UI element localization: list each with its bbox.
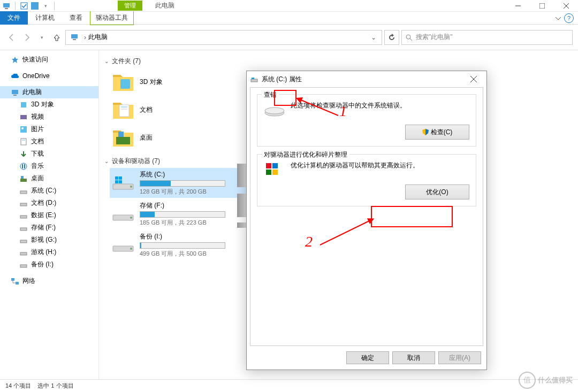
help-icon[interactable]: ? [564,13,574,23]
item-icon [19,248,28,257]
cancel-button[interactable]: 取消 [392,351,435,364]
fieldset-optimize: 对驱动器进行优化和碎片整理 优化计算机的驱动器可以帮助其更高效运行。 优化(O) [257,154,476,206]
sidebar-item-label: 游戏 (H:) [31,248,56,257]
tab-computer[interactable]: 计算机 [28,11,62,25]
item-icon [19,150,28,158]
folder-item[interactable]: 3D 对象 [110,68,238,96]
svg-rect-37 [118,132,124,137]
svg-rect-40 [115,176,118,180]
dialog-close-button[interactable] [464,73,483,86]
item-icon [19,125,28,134]
group-folders[interactable]: ⌄ 文件夹 (7) [99,55,578,68]
pc-icon [11,88,19,97]
svg-rect-49 [252,78,254,79]
tab-drive-tools[interactable]: 驱动器工具 [90,11,134,25]
svg-rect-30 [11,278,14,281]
sidebar-item[interactable]: 下载 [0,148,98,160]
sidebar-this-pc[interactable]: 此电脑 [0,86,98,98]
drive-label: 系统 (C:) [140,170,247,179]
navigation-pane[interactable]: 快速访问 OneDrive 此电脑 3D 对象视频图片文档下载音乐桌面系统 (C… [0,50,99,379]
item-icon [19,260,28,269]
checkbox-icon[interactable] [20,2,28,10]
sidebar-item[interactable]: 文档 (D:) [0,197,98,209]
sidebar-item[interactable]: 游戏 (H:) [0,246,98,258]
svg-rect-29 [20,265,27,267]
item-icon [19,224,28,232]
chevron-right-icon[interactable]: › [82,34,88,41]
svg-rect-24 [20,203,27,206]
disk-icon [264,101,285,117]
svg-point-17 [21,127,24,129]
drive-item[interactable]: 系统 (C:)128 GB 可用，共 200 GB [110,168,249,198]
drive-subtext: 128 GB 可用，共 200 GB [140,188,247,196]
sidebar-item[interactable]: 桌面 [0,172,98,185]
sidebar-item[interactable]: 存储 (F:) [0,221,98,234]
sidebar-item[interactable]: 3D 对象 [0,98,98,111]
svg-rect-42 [115,180,118,183]
breadcrumb-location[interactable]: 此电脑 [88,33,108,42]
svg-rect-12 [12,90,18,94]
recent-dropdown[interactable]: ▾ [35,31,48,44]
shield-icon [422,129,429,135]
ribbon-expand-icon[interactable] [556,16,561,21]
qat-dropdown-icon[interactable]: ▾ [41,2,50,10]
svg-point-45 [130,217,132,219]
folder-icon [112,126,134,149]
back-button[interactable] [5,31,18,44]
sidebar-item-label: 文档 [31,137,44,146]
svg-rect-1 [5,8,8,9]
sidebar-item[interactable]: 视频 [0,111,98,123]
refresh-button[interactable] [384,30,399,45]
breadcrumb[interactable]: › 此电脑 ⌄ [65,30,382,45]
svg-rect-9 [73,39,76,40]
svg-rect-55 [272,163,278,168]
svg-point-47 [130,248,132,250]
dialog-titlebar[interactable]: 系统 (C:) 属性 [247,71,486,87]
address-bar: ▾ › 此电脑 ⌄ 搜索"此电脑" [0,25,578,50]
drive-item[interactable]: 备份 (I:)499 GB 可用，共 500 GB [110,230,249,260]
sidebar-network[interactable]: 网络 [0,275,98,287]
forward-button[interactable] [20,31,33,44]
sidebar-quick-access[interactable]: 快速访问 [0,53,98,66]
svg-line-11 [410,39,412,41]
maximize-button[interactable] [530,0,554,12]
sidebar-item-label: 音乐 [31,162,44,171]
sidebar-item[interactable]: 数据 (E:) [0,209,98,221]
svg-rect-0 [3,3,10,7]
folder-item[interactable]: 桌面 [110,124,238,151]
sidebar-onedrive[interactable]: OneDrive [0,70,98,82]
watermark-badge: 值 [519,372,536,389]
sidebar-item[interactable]: 备份 (I:) [0,258,98,271]
breadcrumb-dropdown-icon[interactable]: ⌄ [368,34,379,41]
sidebar-item[interactable]: 文档 [0,135,98,148]
window-titlebar: ▾ 管理 此电脑 [0,0,578,12]
tab-view[interactable]: 查看 [62,11,90,25]
drive-usage-bar [140,211,225,218]
fieldset-legend: 查错 [262,90,279,99]
sidebar-item[interactable]: 影视 (G:) [0,234,98,246]
pc-icon [70,33,80,42]
check-button[interactable]: 检查(C) [405,125,469,140]
sidebar-item[interactable]: 音乐 [0,160,98,172]
apply-button[interactable]: 应用(A) [438,351,481,364]
minimize-button[interactable] [506,0,530,12]
sidebar-item[interactable]: 图片 [0,123,98,135]
folder-item[interactable]: 文档 [110,96,238,124]
fieldset-check: 查错 此选项将检查驱动器中的文件系统错误。 检查(C) [257,94,476,147]
ok-button[interactable]: 确定 [346,351,389,364]
optimize-button[interactable]: 优化(O) [405,185,469,199]
item-icon [19,187,28,195]
up-button[interactable] [50,31,63,44]
search-input[interactable]: 搜索"此电脑" [401,30,573,45]
watermark: 值 什么值得买 [519,372,573,389]
close-button[interactable] [554,0,578,12]
svg-point-39 [130,186,132,188]
sidebar-item[interactable]: 系统 (C:) [0,185,98,197]
sidebar-item-label: 存储 (F:) [31,223,56,232]
tab-file[interactable]: 文件 [0,11,28,25]
svg-rect-33 [119,105,129,117]
drive-item[interactable]: 存储 (F:)185 GB 可用，共 223 GB [110,199,249,229]
svg-point-53 [265,107,284,114]
drive-icon [250,75,258,83]
fieldset-legend: 对驱动器进行优化和碎片整理 [262,150,349,159]
